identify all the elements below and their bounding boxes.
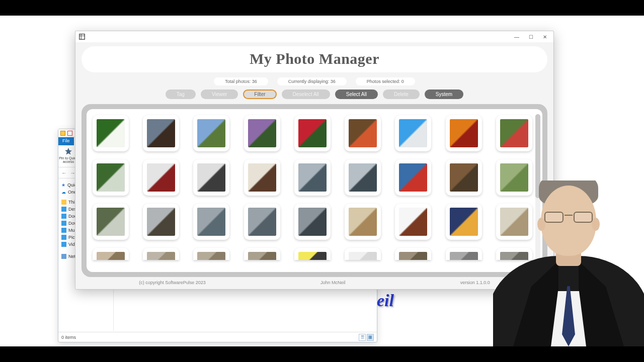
pin-icon [64, 147, 72, 155]
gallery-frame [82, 104, 547, 277]
photo-manager-window: — ☐ ✕ My Photo Manager Total photos: 36 … [75, 31, 554, 290]
cloud-icon: ☁ [61, 190, 66, 195]
tag-button[interactable]: Tag [166, 89, 196, 99]
toolbar: Tag Viewer Filter Deselect All Select Al… [82, 89, 547, 99]
deselect-all-button[interactable]: Deselect All [282, 89, 330, 99]
document-icon [61, 214, 66, 219]
scrollbar-thumb[interactable] [535, 114, 540, 198]
delete-button[interactable]: Delete [383, 89, 420, 99]
version: version 1.1.0.0 [460, 280, 490, 285]
photo-thumbnail[interactable] [93, 204, 129, 240]
titlebar[interactable]: — ☐ ✕ [75, 31, 553, 42]
photo-thumbnail[interactable] [395, 115, 431, 151]
photo-thumbnail[interactable] [446, 204, 482, 240]
photo-thumbnail[interactable] [244, 204, 280, 240]
stats-row: Total photos: 36 Currently displaying: 3… [82, 77, 547, 85]
photo-thumbnail[interactable] [294, 204, 331, 240]
close-button[interactable]: ✕ [538, 32, 551, 41]
video-icon [61, 242, 66, 247]
photo-thumbnail[interactable] [345, 115, 381, 151]
photo-thumbnail[interactable] [143, 159, 179, 196]
thumbnail-grid [93, 115, 536, 260]
gallery [87, 109, 542, 272]
photo-thumbnail[interactable] [496, 159, 532, 196]
network-icon [61, 254, 66, 259]
photo-thumbnail[interactable] [193, 204, 229, 240]
picture-icon [61, 235, 66, 240]
background-text-fragment: eil [377, 291, 394, 310]
photo-thumbnail[interactable] [93, 159, 129, 196]
photo-thumbnail[interactable] [446, 248, 482, 260]
desktop-icon [61, 207, 66, 212]
music-icon [61, 228, 66, 233]
selected-stat: Photos selected: 0 [356, 77, 415, 85]
photo-thumbnail[interactable] [193, 115, 229, 151]
photo-thumbnail[interactable] [93, 115, 129, 151]
photo-thumbnail[interactable] [395, 204, 431, 240]
photo-thumbnail[interactable] [395, 159, 431, 196]
photo-thumbnail[interactable] [143, 204, 179, 240]
scrollbar-track[interactable] [535, 114, 540, 267]
large-icons-view-icon[interactable]: ▦ [367, 334, 374, 341]
photo-thumbnail[interactable] [294, 115, 331, 151]
minimize-button[interactable]: — [510, 32, 523, 41]
system-button[interactable]: System [425, 89, 463, 99]
file-tab[interactable]: File [58, 137, 74, 145]
photo-thumbnail[interactable] [193, 248, 229, 260]
photo-thumbnail[interactable] [496, 248, 532, 260]
title-panel: My Photo Manager [82, 46, 547, 72]
filter-button[interactable]: Filter [243, 89, 276, 99]
photo-thumbnail[interactable] [345, 248, 381, 260]
item-count: 0 items [61, 335, 76, 340]
total-photos-stat: Total photos: 36 [214, 77, 268, 85]
viewer-button[interactable]: Viewer [201, 89, 238, 99]
app-title: My Photo Manager [82, 50, 547, 67]
photo-thumbnail[interactable] [244, 159, 280, 196]
download-icon [61, 221, 66, 226]
footer: (c) copyright SoftwarePulse 2023 John Mc… [82, 277, 547, 287]
photo-thumbnail[interactable] [345, 204, 381, 240]
photo-thumbnail[interactable] [244, 248, 280, 260]
photo-thumbnail[interactable] [294, 248, 331, 260]
select-all-button[interactable]: Select All [335, 89, 378, 99]
photo-thumbnail[interactable] [446, 115, 482, 151]
photo-thumbnail[interactable] [446, 159, 482, 196]
explorer-status-bar: 0 items ☰ ▦ [58, 332, 377, 342]
photo-thumbnail[interactable] [496, 115, 532, 151]
folder-icon [61, 200, 66, 205]
app-icon [67, 131, 72, 136]
photo-thumbnail[interactable] [294, 159, 331, 196]
details-view-icon[interactable]: ☰ [359, 334, 366, 341]
star-icon: ★ [61, 183, 65, 188]
folder-icon [60, 131, 65, 136]
photo-thumbnail[interactable] [143, 248, 179, 260]
svg-rect-0 [79, 34, 85, 40]
photo-thumbnail[interactable] [345, 159, 381, 196]
photo-thumbnail[interactable] [143, 115, 179, 151]
copyright: (c) copyright SoftwarePulse 2023 [139, 280, 206, 285]
photo-thumbnail[interactable] [395, 248, 431, 260]
photo-thumbnail[interactable] [244, 115, 280, 151]
photo-thumbnail[interactable] [93, 248, 129, 260]
back-arrow-icon[interactable]: ← [61, 170, 67, 176]
author: John McNeil [320, 280, 346, 285]
app-icon [78, 33, 86, 40]
photo-thumbnail[interactable] [496, 204, 532, 240]
displaying-stat: Currently displaying: 36 [277, 77, 347, 85]
maximize-button[interactable]: ☐ [524, 32, 537, 41]
photo-thumbnail[interactable] [193, 159, 229, 196]
